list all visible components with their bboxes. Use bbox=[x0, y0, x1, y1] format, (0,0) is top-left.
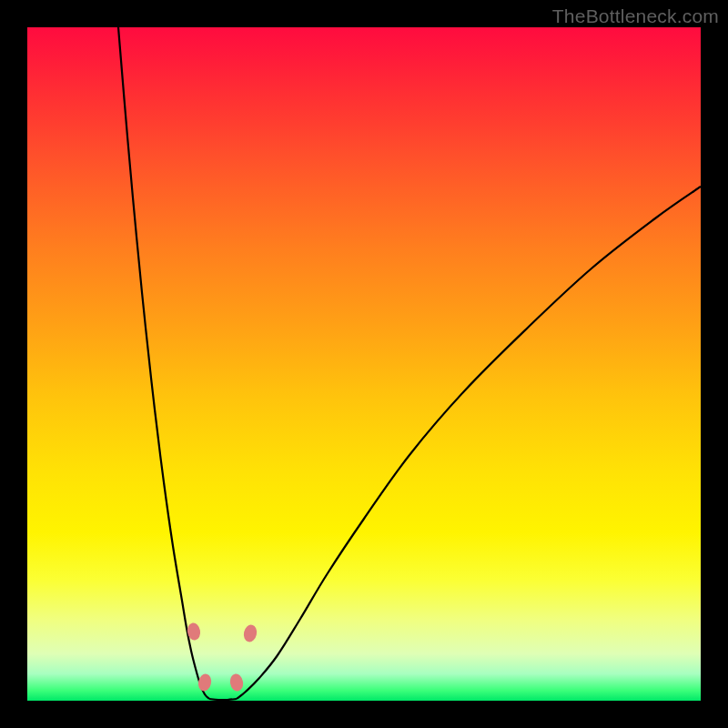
curve-right-branch bbox=[237, 187, 701, 699]
plot-area bbox=[27, 27, 701, 701]
bottleneck-curve bbox=[27, 27, 701, 701]
curve-left-branch bbox=[118, 27, 209, 699]
watermark-label: TheBottleneck.com bbox=[552, 5, 719, 27]
chart-frame: TheBottleneck.com bbox=[0, 0, 728, 728]
curve-bottom-flat bbox=[209, 699, 237, 700]
